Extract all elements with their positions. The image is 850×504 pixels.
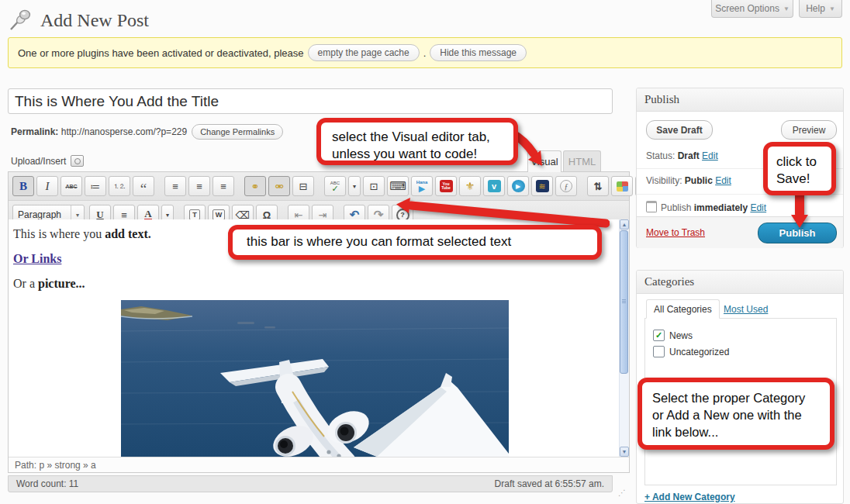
page-scroll-button[interactable]: ⇅: [587, 176, 609, 196]
word-count: Word count: 11: [16, 478, 78, 489]
video-play-button[interactable]: ▶: [507, 176, 529, 196]
add-media-icon[interactable]: [71, 155, 84, 167]
jet-over-ocean-image[interactable]: [121, 300, 509, 457]
youtube-icon: YouTube: [440, 180, 453, 192]
chevron-down-icon: ▾: [353, 183, 356, 190]
strikethrough-button[interactable]: ABC: [60, 176, 82, 196]
add-new-post-page: Add New Post Screen Options ▼ Help ▼ One…: [0, 0, 850, 504]
editor-link[interactable]: Or Links: [13, 252, 61, 266]
annotation-category: Select the proper Category or Add a New …: [638, 378, 834, 450]
path-label: Path:: [15, 460, 36, 471]
align-right-button[interactable]: ≡: [212, 176, 234, 196]
hana-player-button[interactable]: Hana▶: [411, 176, 433, 196]
editor-paragraph: This is where you add text.: [13, 227, 151, 241]
layout-grid-button[interactable]: [611, 176, 633, 196]
tab-most-used[interactable]: Most Used: [724, 304, 768, 315]
vimeo-icon: v: [488, 180, 501, 192]
kitchen-sink-button[interactable]: ⌨: [387, 176, 409, 196]
edit-visibility-link[interactable]: Edit: [715, 175, 731, 186]
align-center-button[interactable]: ≡: [188, 176, 210, 196]
flash-plugin-button[interactable]: ƒ: [555, 176, 577, 196]
checkbox-checked[interactable]: ✓: [653, 330, 665, 341]
chevron-down-icon: ▼: [783, 5, 790, 12]
wifi-icon: ≋: [536, 180, 549, 192]
screen-options-label: Screen Options: [715, 3, 779, 14]
editor-path-bar: Path: p » strong » a: [9, 457, 629, 472]
permalink-url: http://nanosperse.com/?p=229: [61, 126, 187, 137]
annotation-visual-tab: select the Visual editor tab, unless you…: [316, 118, 518, 165]
editor-status-bar: Word count: 11 Draft saved at 6:55:57 am…: [8, 475, 613, 492]
editor-resize-handle[interactable]: ⋰: [618, 488, 625, 497]
schedule-row: Publish immediately Edit: [646, 201, 766, 213]
tab-all-categories[interactable]: All Categories: [646, 299, 720, 319]
plugin-notice: One or more plugins have been activated …: [8, 37, 842, 68]
upload-insert-row: Upload/Insert: [11, 155, 84, 167]
post-title-input[interactable]: [8, 88, 613, 114]
editor-scrollbar[interactable]: ▲ ▼: [619, 219, 629, 457]
notice-text: One or more plugins have been activated …: [18, 47, 304, 59]
flash-icon: ƒ: [560, 180, 572, 192]
color-grid-icon: [617, 181, 628, 192]
save-draft-button[interactable]: Save Draft: [646, 120, 713, 140]
scrollbar-thumb[interactable]: [620, 230, 628, 374]
edit-schedule-link[interactable]: Edit: [750, 202, 766, 213]
chevron-down-icon: ▾: [166, 212, 169, 219]
unlink-button[interactable]: ⚮: [268, 176, 290, 196]
preview-button[interactable]: Preview: [781, 120, 837, 140]
play-circle-icon: ▶: [512, 180, 525, 192]
arrow-to-toolbar: [385, 195, 610, 228]
checkbox-unchecked[interactable]: [653, 346, 665, 357]
vimeo-button[interactable]: v: [483, 176, 505, 196]
spellcheck-button[interactable]: ABC✓: [324, 176, 346, 196]
arrow-to-publish-button: [786, 192, 813, 232]
insert-link-button[interactable]: ⚭: [244, 176, 266, 196]
pushpin-icon: [8, 6, 34, 33]
draft-saved-time: Draft saved at 6:55:57 am.: [495, 478, 604, 489]
bold-button[interactable]: B: [12, 176, 34, 196]
visibility-row: Visibility: Public Edit: [646, 175, 731, 186]
editor-paragraph: Or a picture...: [13, 277, 85, 291]
tab-html[interactable]: HTML: [563, 150, 601, 172]
fullscreen-button[interactable]: ⊡: [363, 176, 385, 196]
help-label: Help: [806, 3, 825, 14]
align-left-button[interactable]: ≡: [164, 176, 186, 196]
scroll-down-arrow[interactable]: ▼: [620, 447, 629, 457]
podcast-plugin-button[interactable]: ≋: [531, 176, 553, 196]
categories-panel-header[interactable]: Categories: [637, 271, 843, 294]
italic-button[interactable]: I: [36, 176, 58, 196]
page-title: Add New Post: [40, 10, 149, 31]
empty-cache-button[interactable]: empty the page cache: [308, 44, 420, 61]
publish-panel-header[interactable]: Publish: [637, 88, 843, 112]
up-down-arrows-icon: ⇅: [594, 181, 603, 192]
status-row: Status: Draft Edit: [646, 150, 718, 161]
category-item-news[interactable]: ✓ News: [653, 330, 693, 341]
add-new-category-link[interactable]: + Add New Category: [644, 492, 735, 502]
permalink-row: Permalink: http://nanosperse.com/?p=229 …: [11, 124, 283, 140]
play-icon: ▶: [419, 185, 425, 193]
hide-message-button[interactable]: Hide this message: [430, 44, 527, 61]
check-icon: ✓: [331, 185, 338, 192]
gallery-plugin-button[interactable]: ⚜: [459, 176, 481, 196]
clipboard-word-icon: W: [212, 209, 226, 220]
blockquote-button[interactable]: “: [133, 176, 154, 196]
edit-status-link[interactable]: Edit: [702, 150, 718, 161]
path-value: p » strong » a: [39, 460, 95, 471]
spellcheck-menu-button[interactable]: ▾: [348, 176, 361, 196]
more-tag-button[interactable]: ⊟: [292, 176, 314, 196]
help-button[interactable]: Help ▼: [799, 0, 842, 18]
chevron-down-icon: ▼: [829, 5, 835, 12]
annotation-format-bar: this bar is where you can format selecte…: [228, 225, 602, 260]
move-to-trash-link[interactable]: Move to Trash: [646, 227, 705, 238]
change-permalinks-button[interactable]: Change Permalinks: [192, 124, 283, 140]
bulleted-list-button[interactable]: ≔: [85, 176, 106, 196]
notice-separator: .: [423, 47, 427, 59]
keyboard-icon: ⌨: [389, 179, 406, 193]
youtube-button[interactable]: YouTube: [435, 176, 457, 196]
screen-options-button[interactable]: Screen Options ▼: [711, 0, 793, 18]
permalink-label: Permalink:: [11, 126, 58, 137]
calendar-icon: [646, 201, 657, 212]
category-item-uncategorized[interactable]: Uncategorized: [653, 346, 729, 357]
scroll-up-arrow[interactable]: ▲: [620, 219, 629, 230]
annotation-click-to-save: click to Save!: [763, 142, 836, 195]
numbered-list-button[interactable]: ⒈⒉: [109, 176, 130, 196]
